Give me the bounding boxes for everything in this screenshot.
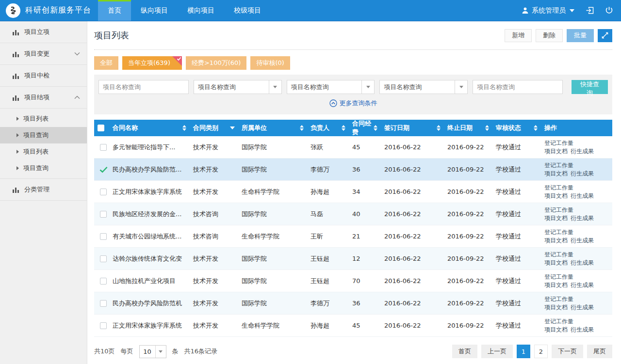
action-derived-results[interactable]: 衍生成果 — [571, 170, 594, 177]
column-header[interactable]: 所属单位 — [240, 120, 309, 136]
nav-tab-4[interactable]: 校级项目 — [224, 0, 271, 21]
search-input[interactable] — [98, 80, 189, 94]
cell-status: 学校通过 — [494, 321, 542, 330]
filter-tab[interactable]: 经费>100万(60) — [186, 56, 246, 70]
sidebar-subitem[interactable]: 项目查询 — [0, 160, 87, 176]
action-register-workload[interactable]: 登记工作量 — [544, 206, 573, 213]
triangle-right-icon — [16, 117, 19, 121]
user-menu[interactable]: 系统管理员 — [522, 6, 574, 15]
sidebar-item[interactable]: 项目立项 — [0, 21, 87, 43]
delete-button[interactable]: 删除 — [536, 29, 563, 42]
select-value: 项目名称查询 — [380, 83, 455, 92]
column-label: 终止日期 — [447, 124, 473, 132]
sidebar-item[interactable]: 项目变更 — [0, 43, 87, 65]
column-header[interactable]: 负责人 — [309, 120, 350, 136]
action-derived-results[interactable]: 衍生成果 — [571, 237, 594, 244]
action-project-docs[interactable]: 项目文档 — [544, 148, 568, 155]
sidebar-item[interactable]: 项目中检 — [0, 65, 87, 87]
pager-nav-button[interactable]: 尾页 — [587, 345, 612, 358]
per-page-select[interactable]: 10 — [139, 345, 166, 358]
filter-tab[interactable]: 全部 — [94, 56, 118, 70]
nav-tab-2[interactable]: 纵向项目 — [131, 0, 178, 21]
chevron-up-icon — [74, 95, 80, 99]
row-checkbox[interactable] — [100, 144, 107, 151]
search-input[interactable] — [473, 80, 563, 94]
page-number-button[interactable]: 2 — [534, 345, 548, 358]
action-register-workload[interactable]: 登记工作量 — [544, 140, 573, 146]
action-register-workload[interactable]: 登记工作量 — [544, 229, 573, 236]
column-header[interactable]: 审核状态 — [494, 120, 542, 136]
select-all-checkbox[interactable] — [98, 125, 104, 131]
action-project-docs[interactable]: 项目文档 — [544, 192, 568, 199]
pager-nav-button[interactable]: 下一页 — [552, 345, 583, 358]
action-register-workload[interactable]: 登记工作量 — [544, 184, 573, 191]
nav-tab-3[interactable]: 横向项目 — [178, 0, 224, 21]
pager-nav-button[interactable]: 首页 — [452, 345, 477, 358]
column-header[interactable]: 合同类别 — [191, 120, 240, 136]
action-derived-results[interactable]: 衍生成果 — [571, 259, 594, 266]
quick-search-button[interactable]: 快捷查询 — [572, 80, 608, 94]
cell-status: 学校通过 — [494, 210, 542, 219]
action-derived-results[interactable]: 衍生成果 — [571, 304, 594, 311]
filter-tab[interactable]: 当年立项(639) — [122, 56, 182, 70]
sort-icon[interactable] — [300, 125, 304, 131]
sidebar-subitem[interactable]: 项目列表 — [0, 111, 87, 127]
page-number-button[interactable]: 1 — [517, 345, 530, 358]
logout-icon[interactable] — [585, 6, 594, 15]
column-header[interactable]: 操作 — [542, 120, 612, 136]
sidebar-subitem[interactable]: 项目列表 — [0, 143, 87, 160]
search-select[interactable]: 项目名称查询 — [379, 80, 468, 94]
row-checkbox[interactable] — [100, 233, 107, 240]
cell-end: 2016-09-22 — [445, 166, 494, 173]
action-register-workload[interactable]: 登记工作量 — [544, 251, 573, 258]
cell-name: 多元智能理论指导下... — [111, 143, 191, 152]
filter-tab[interactable]: 待审核(0) — [250, 56, 290, 70]
action-project-docs[interactable]: 项目文档 — [544, 259, 568, 266]
sidebar-subitem[interactable]: 项目查询 — [0, 127, 87, 143]
row-checkbox[interactable] — [100, 189, 107, 195]
action-project-docs[interactable]: 项目文档 — [544, 282, 568, 288]
action-project-docs[interactable]: 项目文档 — [544, 237, 568, 244]
pager-nav-button[interactable]: 上一页 — [481, 345, 513, 358]
action-derived-results[interactable]: 衍生成果 — [571, 326, 594, 333]
column-header[interactable]: 合同经费 — [350, 120, 382, 136]
column-header[interactable]: 终止日期 — [445, 120, 494, 136]
sort-icon[interactable] — [485, 125, 489, 131]
column-header[interactable]: 签订日期 — [382, 120, 445, 136]
row-checkbox[interactable] — [100, 278, 107, 285]
action-project-docs[interactable]: 项目文档 — [544, 326, 568, 333]
search-select[interactable]: 项目名称查询 — [287, 80, 375, 94]
sidebar-item[interactable]: 分类管理 — [0, 179, 87, 201]
add-button[interactable]: 新增 — [505, 29, 532, 42]
row-checkbox[interactable] — [100, 322, 107, 329]
top-header: 科研创新服务平台 首页纵向项目横向项目校级项目 系统管理员 — [0, 0, 621, 21]
column-header[interactable]: 合同名称 — [111, 120, 191, 136]
row-checkbox[interactable] — [100, 255, 107, 262]
action-register-workload[interactable]: 登记工作量 — [544, 296, 573, 302]
sort-icon[interactable] — [374, 125, 377, 131]
nav-tab-1[interactable]: 首页 — [98, 0, 131, 21]
sort-desc-icon[interactable] — [230, 127, 235, 129]
action-register-workload[interactable]: 登记工作量 — [544, 273, 573, 280]
sort-icon[interactable] — [437, 125, 441, 131]
action-project-docs[interactable]: 项目文档 — [544, 170, 568, 177]
action-derived-results[interactable]: 衍生成果 — [571, 215, 594, 222]
search-select[interactable]: 项目名称查询 — [194, 80, 282, 94]
action-register-workload[interactable]: 登记工作量 — [544, 162, 573, 169]
more-conditions-link[interactable]: 更多查询条件 — [329, 99, 377, 108]
sidebar-item[interactable]: 项目结项 — [0, 87, 87, 109]
sort-icon[interactable] — [534, 125, 538, 131]
action-derived-results[interactable]: 衍生成果 — [571, 192, 594, 199]
action-project-docs[interactable]: 项目文档 — [544, 304, 568, 311]
sort-icon[interactable] — [342, 125, 345, 131]
action-derived-results[interactable]: 衍生成果 — [571, 148, 594, 155]
batch-button[interactable]: 批量 — [567, 29, 594, 42]
sort-icon[interactable] — [182, 125, 186, 131]
row-checkbox[interactable] — [100, 211, 107, 218]
action-register-workload[interactable]: 登记工作量 — [544, 318, 573, 325]
power-icon[interactable] — [605, 6, 613, 15]
expand-button[interactable] — [598, 29, 612, 42]
row-checkbox[interactable] — [100, 300, 107, 307]
action-project-docs[interactable]: 项目文档 — [544, 215, 568, 222]
action-derived-results[interactable]: 衍生成果 — [571, 282, 594, 288]
